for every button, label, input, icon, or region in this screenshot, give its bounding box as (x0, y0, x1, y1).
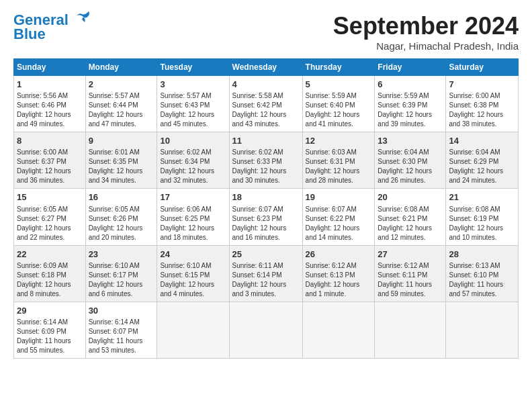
calendar-cell: 7Sunrise: 6:00 AMSunset: 6:38 PMDaylight… (446, 76, 519, 132)
col-saturday: Saturday (446, 59, 519, 76)
day-number: 18 (232, 191, 300, 203)
calendar-cell: 25Sunrise: 6:11 AMSunset: 6:14 PMDayligh… (229, 245, 302, 302)
daylight-label: Daylight: 12 hours and 12 minutes. (378, 224, 432, 241)
sunset-label: Sunset: 6:07 PM (89, 328, 138, 335)
day-number: 28 (449, 248, 515, 261)
col-friday: Friday (375, 59, 446, 76)
day-number: 24 (160, 248, 226, 261)
logo: General Blue (13, 12, 91, 43)
col-tuesday: Tuesday (157, 59, 229, 76)
daylight-label: Daylight: 12 hours and 32 minutes. (160, 167, 214, 184)
day-number: 22 (17, 248, 83, 261)
daylight-label: Daylight: 11 hours and 59 minutes. (378, 281, 432, 298)
calendar-cell: 20Sunrise: 6:08 AMSunset: 6:21 PMDayligh… (375, 189, 446, 245)
calendar-cell: 11Sunrise: 6:02 AMSunset: 6:33 PMDayligh… (229, 132, 302, 189)
calendar-table: Sunday Monday Tuesday Wednesday Thursday… (13, 58, 519, 359)
day-number: 25 (232, 248, 300, 261)
day-number: 27 (378, 248, 443, 261)
location: Nagar, Himachal Pradesh, India (333, 40, 519, 52)
sunset-label: Sunset: 6:34 PM (160, 158, 210, 165)
calendar-row-2: 8Sunrise: 6:00 AMSunset: 6:37 PMDaylight… (14, 132, 519, 189)
sunrise-label: Sunrise: 6:03 AM (306, 148, 357, 156)
sunset-label: Sunset: 6:33 PM (232, 158, 282, 165)
sunset-label: Sunset: 6:21 PM (378, 215, 427, 222)
daylight-label: Daylight: 11 hours and 57 minutes. (449, 281, 503, 298)
daylight-label: Daylight: 12 hours and 1 minute. (306, 281, 360, 298)
calendar-cell: 18Sunrise: 6:07 AMSunset: 6:23 PMDayligh… (229, 189, 302, 245)
calendar-cell: 3Sunrise: 5:57 AMSunset: 6:43 PMDaylight… (157, 76, 229, 132)
sunrise-label: Sunrise: 6:00 AM (449, 92, 500, 99)
day-number: 6 (378, 79, 443, 91)
calendar-cell: 29Sunrise: 6:14 AMSunset: 6:09 PMDayligh… (14, 302, 86, 358)
day-number: 4 (232, 79, 300, 91)
day-number: 7 (449, 79, 515, 91)
daylight-label: Daylight: 12 hours and 30 minutes. (232, 167, 287, 184)
sunrise-label: Sunrise: 6:04 AM (449, 148, 500, 156)
daylight-label: Daylight: 12 hours and 26 minutes. (378, 167, 432, 184)
col-sunday: Sunday (14, 59, 86, 76)
logo-blue: Blue (13, 26, 46, 43)
sunset-label: Sunset: 6:19 PM (449, 215, 498, 222)
sunrise-label: Sunrise: 6:14 AM (17, 318, 68, 326)
day-number: 19 (306, 191, 372, 203)
page: General Blue September 2024 Nagar, Himac… (0, 0, 532, 365)
day-number: 3 (160, 79, 226, 91)
sunset-label: Sunset: 6:46 PM (17, 101, 66, 109)
sunrise-label: Sunrise: 6:05 AM (89, 205, 140, 213)
daylight-label: Daylight: 12 hours and 45 minutes. (160, 111, 214, 128)
daylight-label: Daylight: 12 hours and 3 minutes. (232, 281, 287, 298)
sunrise-label: Sunrise: 6:06 AM (160, 205, 211, 213)
day-number: 9 (89, 135, 154, 147)
calendar-cell: 23Sunrise: 6:10 AMSunset: 6:17 PMDayligh… (85, 245, 157, 302)
calendar-cell: 2Sunrise: 5:57 AMSunset: 6:44 PMDaylight… (85, 76, 157, 132)
daylight-label: Daylight: 11 hours and 53 minutes. (89, 337, 143, 354)
calendar-cell: 28Sunrise: 6:13 AMSunset: 6:10 PMDayligh… (446, 245, 519, 302)
day-number: 1 (17, 79, 83, 91)
day-number: 8 (17, 135, 83, 147)
calendar-cell: 24Sunrise: 6:10 AMSunset: 6:15 PMDayligh… (157, 245, 229, 302)
day-number: 15 (17, 191, 83, 203)
daylight-label: Daylight: 12 hours and 24 minutes. (449, 167, 503, 184)
calendar-cell: 10Sunrise: 6:02 AMSunset: 6:34 PMDayligh… (157, 132, 229, 189)
calendar-cell: 12Sunrise: 6:03 AMSunset: 6:31 PMDayligh… (302, 132, 375, 189)
daylight-label: Daylight: 12 hours and 36 minutes. (17, 167, 71, 184)
sunrise-label: Sunrise: 6:07 AM (306, 205, 357, 213)
calendar-cell: 26Sunrise: 6:12 AMSunset: 6:13 PMDayligh… (302, 245, 375, 302)
calendar-cell: 16Sunrise: 6:05 AMSunset: 6:26 PMDayligh… (85, 189, 157, 245)
sunset-label: Sunset: 6:13 PM (306, 271, 355, 279)
sunrise-label: Sunrise: 6:14 AM (89, 318, 140, 326)
sunrise-label: Sunrise: 6:04 AM (378, 148, 429, 156)
daylight-label: Daylight: 12 hours and 14 minutes. (306, 224, 360, 241)
header: General Blue September 2024 Nagar, Himac… (13, 12, 519, 52)
sunset-label: Sunset: 6:22 PM (306, 215, 355, 222)
sunset-label: Sunset: 6:27 PM (17, 215, 66, 222)
day-number: 5 (306, 79, 372, 91)
daylight-label: Daylight: 12 hours and 49 minutes. (17, 111, 71, 128)
calendar-cell: 8Sunrise: 6:00 AMSunset: 6:37 PMDaylight… (14, 132, 86, 189)
daylight-label: Daylight: 12 hours and 20 minutes. (89, 224, 143, 241)
day-number: 11 (232, 135, 300, 147)
calendar-cell: 9Sunrise: 6:01 AMSunset: 6:35 PMDaylight… (85, 132, 157, 189)
calendar-cell (446, 302, 519, 358)
day-number: 2 (89, 79, 154, 91)
calendar-cell: 17Sunrise: 6:06 AMSunset: 6:25 PMDayligh… (157, 189, 229, 245)
day-number: 26 (306, 248, 372, 261)
sunset-label: Sunset: 6:29 PM (449, 158, 498, 165)
sunset-label: Sunset: 6:15 PM (160, 271, 210, 279)
daylight-label: Daylight: 12 hours and 47 minutes. (89, 111, 143, 128)
daylight-label: Daylight: 12 hours and 10 minutes. (449, 224, 503, 241)
sunset-label: Sunset: 6:17 PM (89, 271, 138, 279)
daylight-label: Daylight: 12 hours and 22 minutes. (17, 224, 71, 241)
sunset-label: Sunset: 6:18 PM (17, 271, 66, 279)
sunrise-label: Sunrise: 5:57 AM (89, 92, 140, 99)
daylight-label: Daylight: 12 hours and 28 minutes. (306, 167, 360, 184)
calendar-row-3: 15Sunrise: 6:05 AMSunset: 6:27 PMDayligh… (14, 189, 519, 245)
sunset-label: Sunset: 6:25 PM (160, 215, 210, 222)
col-wednesday: Wednesday (229, 59, 302, 76)
sunset-label: Sunset: 6:14 PM (232, 271, 282, 279)
sunrise-label: Sunrise: 6:08 AM (449, 205, 500, 213)
daylight-label: Daylight: 12 hours and 16 minutes. (232, 224, 287, 241)
day-number: 30 (89, 305, 154, 317)
sunset-label: Sunset: 6:11 PM (378, 271, 427, 279)
sunrise-label: Sunrise: 5:59 AM (306, 92, 357, 99)
